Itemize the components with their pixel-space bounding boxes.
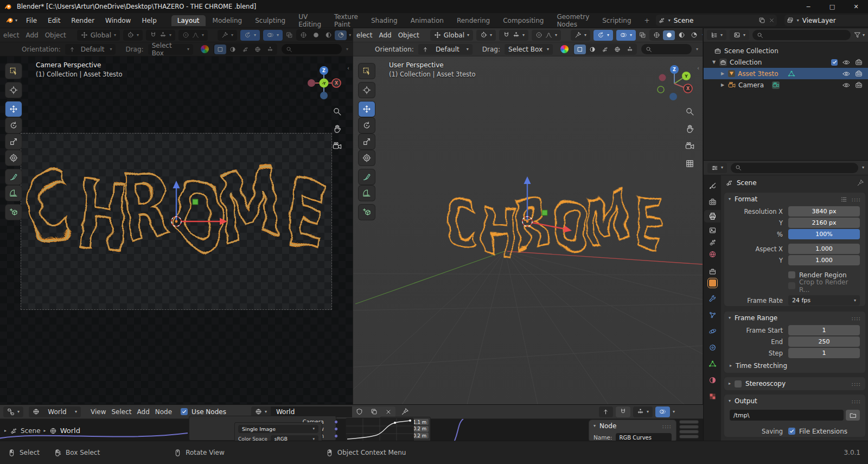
outliner-search-input[interactable]	[752, 30, 851, 40]
axis-value[interactable]: 0.2 m	[413, 433, 427, 438]
tool-scale[interactable]	[5, 134, 22, 149]
drag-dots-icon[interactable]: ::::	[852, 398, 861, 404]
tab-particles[interactable]	[709, 311, 717, 319]
proportional-edit-controls[interactable]: ▾	[178, 30, 208, 41]
expand-icon[interactable]: ▸	[730, 364, 732, 368]
tab-scripting[interactable]: Scripting	[596, 15, 637, 26]
camera-view-icon[interactable]	[685, 142, 694, 151]
shading-wireframe-button[interactable]	[297, 30, 309, 40]
outliner-filter-button[interactable]: ▾	[854, 31, 865, 39]
tab-layout[interactable]: Layout	[171, 15, 206, 26]
breadcrumb[interactable]: Scene	[737, 179, 757, 187]
maximize-button[interactable]: □	[820, 0, 844, 13]
zoom-icon[interactable]	[333, 107, 342, 116]
tool-move[interactable]	[359, 101, 375, 117]
tab-tool[interactable]	[709, 182, 717, 190]
copy-datablock-button[interactable]	[367, 406, 381, 417]
gizmos-dropdown[interactable]: ▾	[218, 30, 237, 41]
tab-world[interactable]	[709, 250, 717, 258]
snap-controls[interactable]: ▾	[146, 30, 175, 41]
tool-add-cube[interactable]	[359, 205, 375, 220]
tab-view-layer[interactable]	[709, 226, 717, 234]
editor-type-dropdown[interactable]: ▾	[3, 406, 23, 417]
add-workspace-button[interactable]: +	[639, 15, 656, 26]
shader-type-dropdown[interactable]: World▾	[29, 406, 81, 417]
y-axis-handle[interactable]	[542, 210, 547, 215]
resolution-percent-slider[interactable]: 100%	[788, 229, 860, 239]
vector-socket[interactable]	[334, 420, 338, 424]
panel-title[interactable]: Node	[599, 422, 616, 430]
unlink-datablock-button[interactable]	[381, 406, 395, 417]
aspect-y-field[interactable]: 1.000	[788, 255, 860, 265]
breadcrumb-scene[interactable]: Scene	[21, 427, 41, 435]
tab-constraints[interactable]	[709, 344, 717, 352]
viewlayer-icon[interactable]	[787, 17, 794, 24]
tool-rotate[interactable]	[359, 118, 375, 133]
menu-window[interactable]: Window	[100, 17, 136, 24]
tool-annotate[interactable]	[359, 169, 375, 185]
menu-object[interactable]: Object	[45, 31, 66, 39]
disable-render-camera-icon[interactable]	[855, 81, 863, 89]
outliner-row-object[interactable]: ▶ Asset 3testo	[704, 68, 868, 79]
node-name-field[interactable]: RGB Curves	[616, 433, 672, 441]
panel-title[interactable]: Format	[735, 195, 757, 203]
vector-socket[interactable]	[334, 434, 338, 438]
tab-modifiers[interactable]	[709, 295, 717, 303]
hide-viewport-eye-icon[interactable]	[843, 81, 850, 89]
shading-dropdown[interactable]: ▾	[347, 33, 353, 37]
toggle-matcap[interactable]	[227, 45, 239, 54]
snap-toggle[interactable]	[616, 406, 630, 417]
orthographic-grid-icon[interactable]	[685, 159, 694, 168]
pin-icon[interactable]	[857, 179, 864, 187]
rgb-curves-node[interactable]	[346, 418, 414, 441]
fake-user-button[interactable]	[352, 406, 367, 417]
crop-to-render-checkbox[interactable]	[788, 282, 795, 289]
show-gizmo-toggle[interactable]: ▾	[240, 30, 260, 41]
menu-render[interactable]: Render	[66, 17, 99, 24]
collapse-icon[interactable]: ▾	[729, 316, 731, 320]
x-axis-arrow[interactable]	[220, 218, 227, 225]
expand-icon[interactable]: ▸	[729, 382, 731, 386]
menu-help[interactable]: Help	[137, 17, 161, 24]
frame-end-field[interactable]: 250	[788, 336, 860, 347]
aspect-x-field[interactable]: 1.000	[788, 244, 860, 254]
gizmo-x-neg[interactable]	[659, 74, 666, 81]
resolution-x-field[interactable]: 3840 px	[788, 206, 860, 217]
editor-type-dropdown[interactable]: ▾	[707, 163, 727, 173]
xray-toggle[interactable]	[286, 31, 293, 39]
chevron-down-icon[interactable]: ▾	[668, 18, 671, 23]
toggle-world[interactable]	[252, 45, 264, 54]
close-button[interactable]: ✕	[844, 0, 868, 13]
y-axis-handle[interactable]	[193, 199, 198, 205]
collapse-icon[interactable]: ▾	[593, 424, 596, 428]
frame-start-field[interactable]: 1	[788, 325, 860, 335]
properties-search-input[interactable]	[731, 163, 858, 173]
disable-render-camera-icon[interactable]	[855, 70, 863, 78]
output-path-field[interactable]: /tmp\	[730, 410, 844, 421]
z-axis-arrow[interactable]	[524, 176, 531, 184]
shading-rendered-button[interactable]	[335, 30, 347, 40]
drag-dots-icon[interactable]: ::::	[662, 423, 672, 429]
render-region-checkbox[interactable]	[788, 271, 795, 278]
outliner-row-collection[interactable]: ▼ Collection	[704, 56, 868, 68]
tool-measure[interactable]	[359, 186, 375, 201]
close-icon[interactable]	[769, 17, 775, 23]
panel-title[interactable]: Frame Range	[735, 314, 777, 322]
expand-arrow-icon[interactable]: ▶	[720, 82, 725, 87]
toggle-scene-lights[interactable]	[239, 45, 251, 54]
gizmo-z-neg[interactable]	[669, 93, 677, 100]
collapse-icon[interactable]: ▾	[729, 399, 731, 403]
tab-shading[interactable]: Shading	[365, 15, 404, 26]
tool-add-cube[interactable]	[5, 205, 22, 220]
viewlayer-name[interactable]: ViewLayer	[802, 17, 868, 24]
tool-cursor[interactable]	[5, 82, 22, 98]
menu-add[interactable]: Add	[25, 31, 38, 39]
scene-name[interactable]: Scene	[674, 17, 755, 24]
panel-title[interactable]: Stereoscopy	[745, 380, 786, 387]
image-texture-node[interactable]: Single Image▾ Color Space sRGB▾ Vector	[234, 422, 322, 441]
zoom-icon[interactable]	[685, 107, 694, 116]
use-nodes-checkbox[interactable]	[181, 408, 188, 415]
collapse-icon[interactable]: ▾	[729, 197, 731, 201]
region-collapse-chevron[interactable]: ‹	[347, 65, 349, 71]
hide-viewport-eye-icon[interactable]	[843, 59, 850, 66]
